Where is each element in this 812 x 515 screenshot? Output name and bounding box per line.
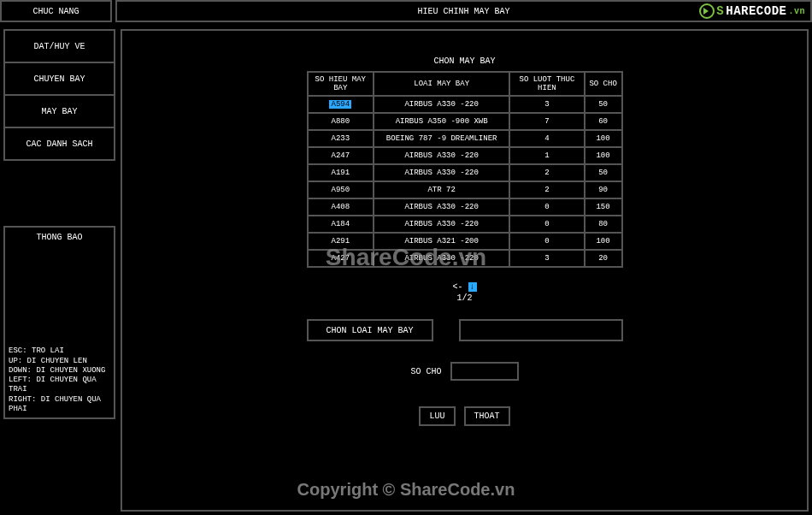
cell-luot: 2 [509, 181, 584, 198]
cell-luot: 3 [509, 96, 584, 113]
help-line: UP: DI CHUYEN LEN [9, 357, 110, 366]
sidebar: DAT/HUY VE CHUYEN BAY MAY BAY CAC DANH S… [3, 29, 115, 161]
cell-id: A408 [308, 198, 374, 216]
cell-cho: 100 [585, 130, 622, 147]
col-header: LOAI MAY BAY [374, 72, 509, 96]
choose-type-label: CHON LOAI MAY BAY [326, 326, 413, 335]
cell-id: A291 [308, 233, 374, 250]
cell-loai: AIRBUS A350 -900 XWB [374, 113, 509, 130]
aircraft-table: SO HIEU MAY BAY LOAI MAY BAY SO LUOT THU… [307, 71, 623, 268]
pager-page: 1/2 [456, 293, 472, 303]
sidebar-item-label: DAT/HUY VE [33, 42, 85, 51]
cell-luot: 0 [509, 216, 584, 233]
cell-cho: 90 [585, 181, 622, 198]
cell-luot: 0 [509, 233, 584, 250]
cell-cho: 100 [585, 233, 622, 250]
main-panel: CHON MAY BAY SO HIEU MAY BAY LOAI MAY BA… [121, 29, 809, 512]
watermark-logo: SHARECODE.vn [699, 3, 805, 19]
cell-id: A427 [308, 250, 374, 267]
cell-loai: AIRBUS A321 -200 [374, 233, 509, 250]
sidebar-item-maybay[interactable]: MAY BAY [3, 94, 115, 128]
cell-id: A247 [308, 147, 374, 164]
notification-panel: THONG BAO ESC: TRO LAI UP: DI CHUYEN LEN… [3, 226, 115, 419]
sidebar-item-label: MAY BAY [41, 107, 77, 116]
cell-id: A950 [308, 181, 374, 198]
cell-loai: AIRBUS A330 -220 [374, 147, 509, 164]
help-line: LEFT: DI CHUYEN QUA TRAI [9, 376, 110, 395]
cell-cho: 60 [585, 113, 622, 130]
exit-button[interactable]: THOAT [464, 406, 510, 426]
watermark-text: HARECODE [726, 4, 786, 18]
save-button[interactable]: LUU [419, 406, 455, 426]
sidebar-item-danhsach[interactable]: CAC DANH SACH [3, 127, 115, 161]
table-row[interactable]: A191AIRBUS A330 -220250 [308, 164, 622, 181]
help-text: ESC: TRO LAI UP: DI CHUYEN LEN DOWN: DI … [9, 346, 110, 414]
cell-loai: BOEING 787 -9 DREAMLINER [374, 130, 509, 147]
cell-luot: 0 [509, 198, 584, 216]
cell-loai: AIRBUS A330 -220 [374, 216, 509, 233]
cell-loai: AIRBUS A330 -220 [374, 164, 509, 181]
choose-type-button[interactable]: CHON LOAI MAY BAY [307, 319, 433, 341]
help-line: ESC: TRO LAI [9, 346, 110, 356]
cell-loai: AIRBUS A330 -220 [374, 96, 509, 113]
watermark-text: S [716, 4, 724, 18]
main-title: CHON MAY BAY [122, 56, 807, 66]
pager-hint: ↓ [468, 282, 477, 292]
cell-id: A594 [308, 96, 374, 113]
table-row[interactable]: A594AIRBUS A330 -220350 [308, 96, 622, 113]
cell-luot: 3 [509, 250, 584, 267]
help-line: RIGHT: DI CHUYEN QUA PHAI [9, 395, 110, 415]
cell-cho: 150 [585, 198, 622, 216]
table-row[interactable]: A880AIRBUS A350 -900 XWB760 [308, 113, 622, 130]
col-header: SO LUOT THUC HIEN [509, 72, 584, 96]
cell-cho: 100 [585, 147, 622, 164]
table-row[interactable]: A408AIRBUS A330 -2200150 [308, 198, 622, 216]
cell-cho: 80 [585, 216, 622, 233]
recycle-icon [699, 3, 715, 19]
cell-loai: AIRBUS A330 -220 [374, 198, 509, 216]
table-row[interactable]: A291AIRBUS A321 -2000100 [308, 233, 622, 250]
table-row[interactable]: A950ATR 72290 [308, 181, 622, 198]
socho-label: SO CHO [410, 367, 441, 376]
table-row[interactable]: A427AIRBUS A330 -220320 [308, 250, 622, 267]
table-row[interactable]: A247AIRBUS A330 -2201100 [308, 147, 622, 164]
pager-arrow[interactable]: <- ↓ [452, 282, 476, 292]
col-header: SO HIEU MAY BAY [308, 72, 374, 96]
pager: <- ↓ 1/2 [122, 281, 807, 304]
cell-id: A191 [308, 164, 374, 181]
cell-cho: 20 [585, 250, 622, 267]
cell-luot: 2 [509, 164, 584, 181]
sidebar-item-chuyenbay[interactable]: CHUYEN BAY [3, 62, 115, 96]
top-left-title: CHUC NANG [0, 0, 112, 22]
help-line: DOWN: DI CHUYEN XUONG [9, 366, 110, 376]
cell-loai: ATR 72 [374, 181, 509, 198]
sidebar-item-label: CHUYEN BAY [33, 74, 85, 84]
table-row[interactable]: A184AIRBUS A330 -220080 [308, 216, 622, 233]
cell-luot: 1 [509, 147, 584, 164]
cell-id: A184 [308, 216, 374, 233]
cell-id: A233 [308, 130, 374, 147]
sidebar-item-datve[interactable]: DAT/HUY VE [3, 29, 115, 63]
cell-cho: 50 [585, 96, 622, 113]
notification-title: THONG BAO [5, 233, 114, 242]
cell-id: A880 [308, 113, 374, 130]
watermark-text: .vn [788, 7, 805, 16]
cell-luot: 7 [509, 113, 584, 130]
aircraft-type-input[interactable] [459, 319, 623, 341]
cell-cho: 50 [585, 164, 622, 181]
cell-luot: 4 [509, 130, 584, 147]
seat-count-input[interactable] [450, 362, 519, 381]
cell-loai: AIRBUS A330 -220 [374, 250, 509, 267]
col-header: SO CHO [585, 72, 622, 96]
table-row[interactable]: A233BOEING 787 -9 DREAMLINER4100 [308, 130, 622, 147]
sidebar-item-label: CAC DANH SACH [26, 139, 92, 149]
